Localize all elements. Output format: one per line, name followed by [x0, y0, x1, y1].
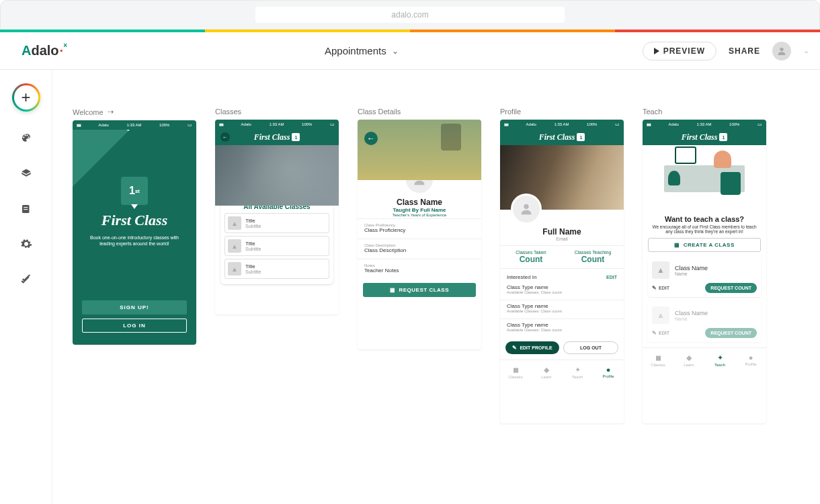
svg-rect-2 — [24, 207, 28, 208]
tab-teach[interactable]: ✦Teach — [562, 360, 593, 384]
svg-rect-3 — [24, 209, 28, 210]
screens-icon[interactable] — [19, 167, 34, 181]
signal-icon — [77, 123, 81, 127]
hero-image — [215, 145, 339, 206]
back-button[interactable]: ← — [364, 132, 378, 145]
learn-icon: ◆ — [544, 366, 549, 374]
request-class-button[interactable]: ▦REQUEST CLASS — [363, 283, 476, 297]
profile-name: Full Name — [500, 227, 624, 237]
screen-teach[interactable]: Teach Adalo1:33 AM100% First Class1 Want… — [643, 108, 766, 423]
pencil-icon — [652, 285, 657, 291]
bookmark-icon: ◼ — [655, 353, 661, 362]
settings-icon[interactable] — [19, 237, 34, 251]
tab-learn[interactable]: ◆Learn — [531, 360, 562, 384]
teach-subtext: We encourage all of our First Class memb… — [643, 223, 766, 238]
interested-heading: Interested In — [507, 274, 536, 280]
request-count-button[interactable]: REQUEST COUNT — [705, 283, 757, 293]
tab-classes[interactable]: ◼Classes — [500, 360, 531, 384]
screen-label: Classes — [215, 108, 339, 116]
screen-classes[interactable]: Classes Adalo1:33 AM100% ←First Class1 A… — [215, 108, 339, 423]
screen-label: Welcome ⇢ — [73, 108, 196, 116]
interest-row[interactable]: Class Type nameAvailable Classes: Class … — [500, 283, 624, 298]
teach-icon: ✦ — [575, 366, 581, 374]
tab-teach[interactable]: ✦Teach — [704, 348, 735, 372]
adalo-logo[interactable]: Adalo× — [0, 43, 81, 58]
class-list-item[interactable]: ▲TitleSubtitle — [224, 259, 329, 279]
image-placeholder-icon: ▲ — [228, 239, 241, 253]
image-placeholder-icon: ▲ — [228, 262, 241, 276]
tab-learn[interactable]: ◆Learn — [673, 348, 704, 372]
svg-point-0 — [780, 47, 783, 50]
screen-label: Profile — [500, 108, 624, 116]
teach-illustration — [643, 145, 766, 212]
logout-button[interactable]: LOG OUT — [563, 341, 618, 354]
add-component-button[interactable]: + — [12, 83, 40, 112]
project-name: Appointments — [325, 45, 386, 56]
project-picker[interactable]: Appointments ⌄ — [81, 45, 643, 56]
canvas[interactable]: Welcome ⇢ Adalo1:33 AM100% 1st First Cla… — [52, 70, 820, 504]
chevron-down-icon: ⌄ — [803, 46, 809, 55]
screen-class-details[interactable]: Class Details ← Class Name Taught By Ful… — [358, 108, 481, 423]
screen-label: Class Details — [358, 108, 481, 116]
teach-class-card[interactable]: ▲Class NameName EDITREQUEST COUNT — [648, 257, 761, 297]
share-button[interactable]: SHARE — [729, 46, 760, 56]
battery-icon — [188, 122, 192, 128]
left-toolbar: + — [0, 70, 52, 504]
image-placeholder-icon: ▲ — [652, 261, 669, 279]
branding-icon[interactable] — [19, 132, 34, 146]
tab-profile[interactable]: ●Profile — [735, 348, 766, 372]
pencil-icon — [512, 345, 517, 351]
bookmark-icon: ◼ — [513, 366, 519, 374]
class-name: Class Name — [358, 198, 481, 207]
profile-email: Email — [500, 237, 624, 241]
login-button[interactable]: LOG IN — [82, 319, 187, 333]
logo-badge-icon: 1 — [719, 133, 727, 141]
edit-class-button[interactable]: EDIT — [652, 330, 669, 336]
signup-button[interactable]: SIGN UP! — [82, 300, 187, 314]
account-menu[interactable] — [772, 42, 791, 60]
teach-class-card[interactable]: ▲Class NameName EDITREQUEST COUNT — [648, 302, 761, 342]
logo-badge-icon: 1 — [292, 133, 300, 141]
learn-icon: ◆ — [686, 353, 692, 362]
tab-profile[interactable]: ●Profile — [593, 360, 624, 384]
teach-heading: Want to teach a class? — [643, 215, 766, 223]
preview-button[interactable]: PREVIEW — [643, 42, 716, 60]
screen-welcome[interactable]: Welcome ⇢ Adalo1:33 AM100% 1st First Cla… — [73, 108, 196, 423]
brand-title: First Class — [73, 212, 196, 229]
class-list-item[interactable]: ▲TitleSubtitle — [224, 236, 329, 256]
logo-badge-icon: 1 — [577, 133, 585, 141]
edit-profile-button[interactable]: EDIT PROFILE — [505, 341, 559, 354]
screen-profile[interactable]: Profile Adalo1:33 AM100% First Class1 Fu… — [500, 108, 624, 423]
avatar-placeholder — [511, 194, 542, 224]
url-bar[interactable]: adalo.com — [255, 7, 565, 23]
profile-icon: ● — [749, 353, 753, 362]
tagline: Book one-on-one introductory classes wit… — [73, 235, 196, 247]
taught-by: Taught By Full Name — [358, 207, 481, 213]
calendar-icon: ▦ — [390, 287, 396, 293]
browser-chrome: adalo.com — [0, 0, 820, 30]
interest-row[interactable]: Class Type nameAvailable Classes: Class … — [500, 302, 624, 317]
screen-label: Teach — [643, 108, 766, 116]
app-logo-icon: 1st — [121, 177, 148, 205]
publish-icon[interactable] — [19, 271, 34, 286]
profile-icon: ● — [606, 366, 611, 374]
edit-class-button[interactable]: EDIT — [652, 285, 669, 291]
pencil-icon — [652, 330, 657, 336]
request-count-button[interactable]: REQUEST COUNT — [705, 328, 757, 338]
database-icon[interactable] — [19, 202, 34, 216]
play-icon — [654, 48, 659, 54]
hero-image — [358, 120, 481, 180]
chevron-down-icon: ⌄ — [392, 46, 399, 56]
interest-row[interactable]: Class Type nameAvailable Classes: Class … — [500, 321, 624, 336]
image-placeholder-icon: ▲ — [228, 216, 241, 230]
app-topbar: Adalo× Appointments ⌄ PREVIEW SHARE ⌄ — [0, 32, 820, 70]
years-experience: Teacher's Years of Experience — [358, 213, 481, 217]
tab-classes[interactable]: ◼Classes — [643, 348, 673, 372]
edit-interests-button[interactable]: EDIT — [606, 275, 617, 280]
svg-point-5 — [524, 204, 528, 209]
back-icon[interactable]: ← — [220, 132, 230, 142]
image-placeholder-icon: ▲ — [652, 306, 669, 324]
create-class-button[interactable]: ▦CREATE A CLASS — [648, 238, 761, 252]
class-list-item[interactable]: ▲TitleSubtitle — [224, 213, 329, 233]
calendar-icon: ▦ — [674, 242, 680, 248]
